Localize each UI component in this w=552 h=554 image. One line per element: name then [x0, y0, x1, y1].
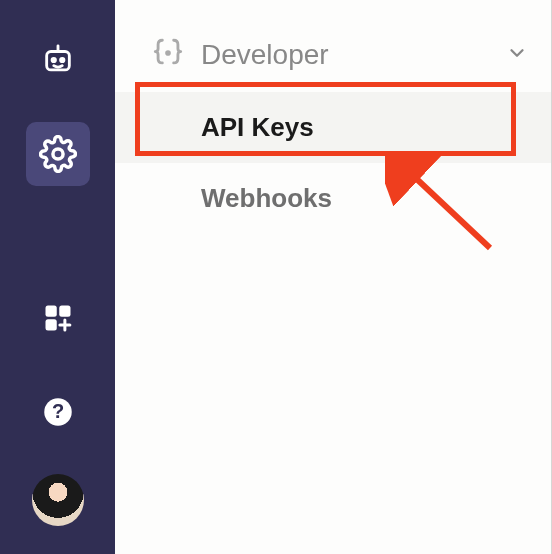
menu-item-label: API Keys [201, 112, 314, 142]
apps-grid-icon [43, 303, 73, 333]
developer-section-label: Developer [201, 39, 490, 71]
menu-item-api-keys[interactable]: API Keys [115, 92, 552, 163]
bot-icon [41, 43, 75, 77]
nav-settings[interactable] [26, 122, 90, 186]
svg-rect-5 [45, 306, 56, 317]
svg-rect-7 [45, 319, 56, 330]
developer-section-header[interactable]: Developer [115, 36, 552, 92]
nav-apps[interactable] [26, 286, 90, 350]
svg-point-3 [60, 58, 63, 61]
nav-bot[interactable] [26, 28, 90, 92]
svg-rect-6 [59, 306, 70, 317]
help-icon: ? [43, 397, 73, 427]
menu-item-label: Webhooks [201, 183, 332, 213]
svg-point-4 [52, 149, 62, 159]
gear-icon [39, 135, 77, 173]
braces-icon [151, 36, 185, 74]
sidebar: ? [0, 0, 115, 554]
svg-point-12 [167, 52, 170, 55]
main-panel: Developer API Keys Webhooks [115, 0, 552, 554]
svg-point-2 [52, 58, 55, 61]
svg-text:?: ? [51, 400, 63, 422]
menu-item-webhooks[interactable]: Webhooks [115, 163, 552, 234]
chevron-down-icon [506, 42, 528, 68]
nav-help[interactable]: ? [26, 380, 90, 444]
avatar[interactable] [32, 474, 84, 526]
